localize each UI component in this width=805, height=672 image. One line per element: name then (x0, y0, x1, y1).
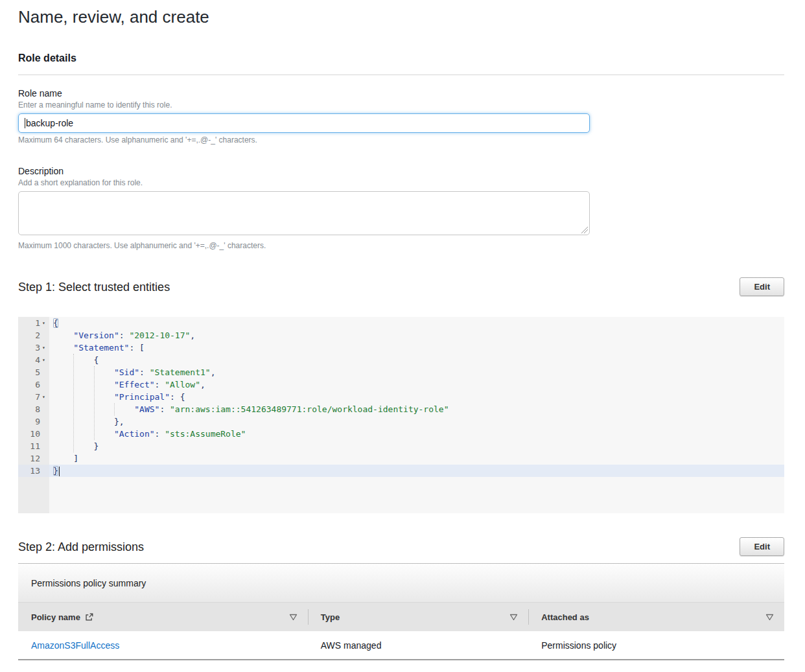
policy-type-cell: AWS managed (308, 631, 528, 659)
description-constraint: Maximum 1000 characters. Use alphanumeri… (18, 241, 784, 250)
code-line[interactable]: 1▾{ (18, 317, 784, 329)
code-segment: : (155, 429, 165, 439)
policy-table-header: Policy nameTypeAttached as (18, 603, 784, 631)
step2-heading: Step 2: Add permissions (18, 539, 144, 555)
code-line[interactable]: 13} (18, 465, 784, 477)
code-text: } (49, 465, 784, 477)
line-number: 9 (18, 415, 49, 428)
step1-header-row: Step 1: Select trusted entities Edit (18, 277, 784, 296)
text-caret (25, 118, 25, 128)
code-segment: "Action" (114, 429, 155, 439)
code-segment: , (200, 380, 205, 389)
fold-arrow-icon[interactable]: ▾ (40, 317, 47, 329)
code-text: { (49, 354, 784, 366)
code-segment: { (53, 318, 58, 328)
external-link-icon (85, 613, 93, 621)
fold-arrow-icon[interactable]: ▾ (40, 342, 47, 354)
code-text: "Version": "2012-10-17", (49, 329, 784, 342)
line-number: 11 (18, 440, 49, 452)
code-line[interactable]: 8 "AWS": "arn:aws:iam::541263489771:role… (18, 403, 784, 415)
code-segment: : (139, 367, 150, 377)
step2-edit-button[interactable]: Edit (740, 537, 784, 556)
description-textarea[interactable] (18, 191, 590, 235)
policy-table-body: AmazonS3FullAccessAWS managedPermissions… (18, 631, 784, 660)
fold-arrow-icon[interactable]: ▾ (40, 354, 47, 366)
column-header-type[interactable]: Type (308, 603, 528, 631)
code-segment: { (53, 355, 99, 365)
code-segment: "Principal" (114, 392, 170, 402)
code-line[interactable]: 9 }, (18, 415, 784, 428)
permissions-summary-panel: Permissions policy summary Policy nameTy… (18, 563, 784, 660)
name-review-create-page: Name, review, and create Role details Ro… (0, 0, 805, 672)
code-text: } (49, 440, 784, 452)
role-name-constraint: Maximum 64 characters. Use alphanumeric … (18, 135, 784, 145)
code-segment (53, 330, 73, 340)
column-header-label: Type (321, 612, 340, 622)
policy-name-link[interactable]: AmazonS3FullAccess (31, 640, 119, 651)
code-text: "Principal": { (49, 391, 784, 403)
page-title: Name, review, and create (18, 6, 784, 27)
code-line[interactable]: 11 } (18, 440, 784, 452)
code-segment: : (119, 330, 130, 340)
code-segment: : (159, 404, 170, 414)
line-number: 7▾ (18, 391, 49, 403)
code-segment: : { (170, 392, 185, 402)
code-line[interactable]: 10 "Action": "sts:AssumeRole" (18, 428, 784, 440)
editor-lines: 1▾{2 "Version": "2012-10-17",3▾ "Stateme… (18, 317, 784, 477)
code-text: "Action": "sts:AssumeRole" (49, 428, 784, 440)
code-segment: ] (53, 454, 78, 463)
code-segment (53, 429, 114, 439)
policy-table-row: AmazonS3FullAccessAWS managedPermissions… (18, 631, 784, 660)
code-segment: "Sid" (114, 367, 139, 377)
code-segment: "2012-10-17" (129, 330, 190, 340)
column-header-policy-name[interactable]: Policy name (18, 603, 308, 631)
code-text: "Effect": "Allow", (49, 378, 784, 391)
description-help: Add a short explanation for this role. (18, 178, 784, 187)
line-number: 5 (18, 366, 49, 378)
trust-policy-editor[interactable]: 1▾{2 "Version": "2012-10-17",3▾ "Stateme… (18, 317, 784, 513)
code-segment (53, 367, 114, 377)
code-line[interactable]: 2 "Version": "2012-10-17", (18, 329, 784, 342)
code-segment (53, 343, 73, 353)
role-details-heading: Role details (18, 52, 784, 65)
filter-icon[interactable] (289, 614, 298, 621)
role-name-input[interactable]: backup-role (18, 113, 590, 133)
code-line[interactable]: 5 "Sid": "Statement1", (18, 366, 784, 378)
line-number: 6 (18, 378, 49, 391)
description-label: Description (18, 166, 784, 177)
line-number: 4▾ (18, 354, 49, 366)
code-line[interactable]: 7▾ "Principal": { (18, 391, 784, 403)
resize-handle-icon[interactable] (581, 227, 588, 233)
step1-edit-button[interactable]: Edit (740, 277, 784, 296)
line-number: 10 (18, 428, 49, 440)
line-number: 3▾ (18, 342, 49, 354)
divider (18, 75, 784, 75)
code-line[interactable]: 4▾ { (18, 354, 784, 366)
role-name-help: Enter a meaningful name to identify this… (18, 100, 784, 110)
step2-header-row: Step 2: Add permissions Edit (18, 537, 784, 556)
line-number: 2 (18, 329, 49, 342)
code-line[interactable]: 3▾ "Statement": [ (18, 342, 784, 354)
line-number: 1▾ (18, 317, 49, 329)
permissions-panel-title: Permissions policy summary (18, 564, 784, 603)
fold-arrow-icon[interactable]: ▾ (40, 391, 47, 403)
filter-icon[interactable] (765, 614, 774, 621)
code-segment: } (53, 441, 99, 451)
code-line[interactable]: 6 "Effect": "Allow", (18, 378, 784, 391)
line-number: 8 (18, 403, 49, 415)
filter-icon[interactable] (509, 614, 518, 621)
code-segment: "sts:AssumeRole" (165, 429, 246, 439)
column-header-label: Attached as (541, 612, 589, 622)
code-text: "Statement": [ (49, 342, 784, 354)
column-header-attached-as[interactable]: Attached as (528, 603, 784, 631)
code-segment: , (211, 367, 216, 377)
editor-cursor (59, 467, 60, 476)
code-line[interactable]: 12 ] (18, 452, 784, 465)
code-segment: "arn:aws:iam::541263489771:role/workload… (170, 404, 449, 414)
code-segment: "AWS" (134, 404, 159, 414)
code-text: "Sid": "Statement1", (49, 366, 784, 378)
code-text: "AWS": "arn:aws:iam::541263489771:role/w… (49, 403, 784, 415)
policy-attached-as-cell: Permissions policy (528, 631, 784, 659)
code-segment: "Allow" (165, 380, 200, 389)
code-segment: "Version" (73, 330, 119, 340)
